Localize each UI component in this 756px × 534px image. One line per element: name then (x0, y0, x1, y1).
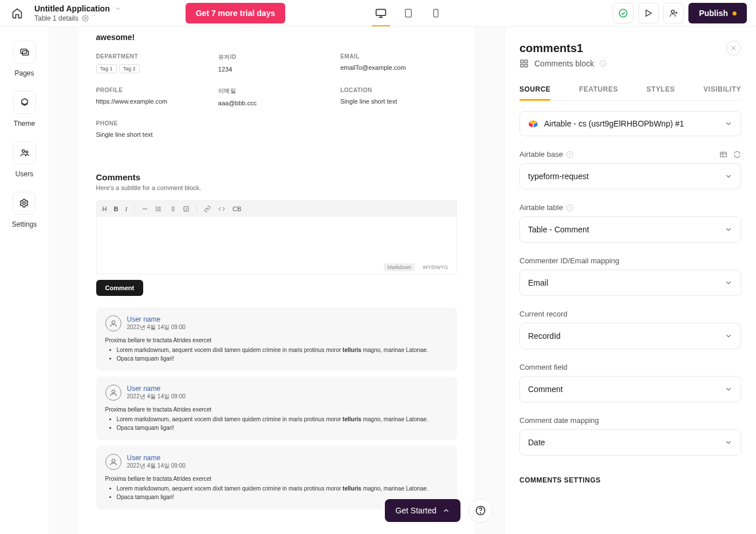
field-location: LOCATION Single line short text (340, 87, 456, 106)
comment-li: Lorem markdownum, aequent vocem dixit ta… (117, 346, 448, 354)
field-profile: PROFILE https://www.example.com (96, 87, 212, 106)
svg-point-8 (671, 10, 674, 13)
get-started-button[interactable]: Get Started (385, 499, 460, 522)
tb-separator (134, 204, 135, 213)
select-commenter-mapping[interactable]: Email (519, 270, 741, 296)
field-value: Single line short text (96, 131, 212, 138)
comment-li: Opaca tamquam ligari! (117, 354, 448, 363)
page-canvas: awesome! DEPARTMENT Tag 1 Tag 2 유저ID 123… (79, 27, 474, 534)
left-sidebar: Pages Theme Users Settings (0, 27, 49, 534)
field-userid: 유저ID 1234 (218, 53, 334, 73)
desktop-icon (375, 7, 387, 19)
help-icon (475, 505, 486, 516)
sidebar-item-theme[interactable]: Theme (13, 91, 36, 128)
tb-bold[interactable]: B (113, 205, 118, 212)
select-airtable-table[interactable]: Table - Comment (519, 216, 741, 243)
comment-li: Lorem markdownum, aequent vocem dixit ta… (117, 484, 448, 493)
info-icon[interactable]: i (566, 151, 573, 158)
svg-rect-5 (434, 9, 438, 17)
editor-textarea[interactable]: Markdown WYSIWYG (96, 217, 457, 274)
editor-mode-wysiwyg[interactable]: WYSIWYG (419, 263, 452, 271)
info-icon[interactable]: i (566, 204, 573, 211)
tab-features[interactable]: FEATURES (579, 85, 618, 100)
comment-user: User name (127, 315, 186, 323)
sidebar-item-settings[interactable]: Settings (12, 192, 37, 228)
comment-card: User name 2022년 4월 14일 09:00 Proxima bel… (96, 307, 457, 371)
field-label: EMAIL (340, 53, 456, 60)
add-user-button[interactable] (663, 3, 684, 23)
app-title-row[interactable]: Untitled Application (34, 4, 121, 13)
chevron-down-icon (724, 385, 733, 393)
integration-select[interactable]: Airtable - cs (usrt9gElRHBOPbWnp) #1 (519, 111, 741, 136)
checkbox-icon[interactable] (183, 205, 190, 212)
ordered-list-icon[interactable] (169, 205, 176, 212)
chevron-down-icon (724, 226, 733, 234)
device-desktop[interactable] (374, 3, 388, 23)
editor-mode-markdown[interactable]: Markdown (384, 263, 415, 271)
info-icon[interactable]: i (600, 60, 607, 67)
app-subtitle-row: Table 1 details (34, 14, 121, 22)
svg-rect-32 (521, 60, 523, 63)
select-value: Table - Comment (528, 225, 589, 234)
device-tablet[interactable] (401, 3, 415, 23)
close-panel-button[interactable] (726, 41, 741, 56)
comment-body: Proxima bellare te tractata Atrides exer… (105, 336, 448, 363)
close-icon (730, 45, 737, 52)
tab-source[interactable]: SOURCE (519, 85, 550, 100)
list-icon[interactable] (155, 205, 162, 212)
check-circle-icon (618, 8, 628, 18)
sidebar-item-users[interactable]: Users (13, 141, 36, 178)
comment-lead: Proxima bellare te tractata Atrides exer… (105, 336, 448, 345)
svg-point-14 (25, 151, 27, 153)
svg-point-21 (156, 209, 157, 209)
chevron-down-icon (724, 438, 733, 446)
submit-comment-button[interactable]: Comment (96, 280, 144, 296)
table-icon[interactable] (719, 151, 727, 159)
tb-cb[interactable]: CB (233, 205, 241, 212)
select-current-record[interactable]: RecordId (519, 323, 741, 349)
comment-body: Proxima bellare te tractata Atrides exer… (105, 405, 448, 432)
panel-title: comments1 (519, 42, 583, 55)
chevron-down-icon (724, 120, 733, 128)
gear-icon[interactable] (82, 15, 89, 22)
comment-time: 2022년 4월 14일 09:00 (127, 393, 186, 401)
select-date-mapping[interactable]: Date (519, 429, 741, 456)
status-ok-button[interactable] (613, 3, 633, 23)
avatar-icon (105, 315, 121, 331)
tab-visibility[interactable]: VISIBILITY (703, 85, 741, 100)
comment-card: User name 2022년 4월 14일 09:00 Proxima bel… (96, 377, 457, 440)
home-button[interactable] (9, 5, 25, 21)
sidebar-item-pages[interactable]: Pages (13, 41, 36, 77)
svg-rect-26 (184, 207, 188, 211)
panel-subtitle-row: Comments block i (519, 59, 741, 68)
select-airtable-base[interactable]: typeform-request (519, 163, 741, 189)
chevron-down-icon (115, 5, 121, 12)
comment-lead: Proxima bellare te tractata Atrides exer… (105, 474, 448, 483)
svg-point-43 (481, 513, 481, 513)
tb-heading[interactable]: H (103, 205, 107, 212)
select-comment-field[interactable]: Comment (519, 376, 741, 402)
comment-user: User name (127, 385, 186, 393)
comment-user: User name (127, 454, 186, 462)
help-button[interactable] (468, 499, 493, 523)
comment-li: Opaca tamquam ligari! (117, 424, 448, 432)
editor-toolbar: H B I CB (96, 200, 457, 217)
code-icon[interactable] (218, 205, 226, 212)
device-mobile[interactable] (429, 3, 443, 23)
svg-point-28 (112, 390, 115, 393)
field-label: LOCATION (340, 87, 456, 93)
tb-italic[interactable]: I (125, 205, 127, 212)
field-label-table: Airtable tablei (519, 203, 573, 212)
refresh-icon[interactable] (733, 151, 741, 159)
integration-label: Airtable - cs (usrt9gElRHBOPbWnp) #1 (544, 119, 719, 128)
tab-styles[interactable]: STYLES (647, 85, 675, 100)
field-label: 유저ID (218, 53, 334, 61)
trial-button[interactable]: Get 7 more trial days (186, 3, 286, 23)
link-icon[interactable] (204, 205, 211, 212)
publish-button[interactable]: Publish (688, 3, 747, 23)
detail-fields: DEPARTMENT Tag 1 Tag 2 유저ID 1234 EMAIL e… (79, 53, 474, 149)
minus-icon[interactable] (141, 205, 148, 212)
tag: Tag 2 (119, 64, 140, 73)
panel-tabs: SOURCE FEATURES STYLES VISIBILITY (519, 85, 741, 101)
preview-button[interactable] (638, 3, 659, 23)
